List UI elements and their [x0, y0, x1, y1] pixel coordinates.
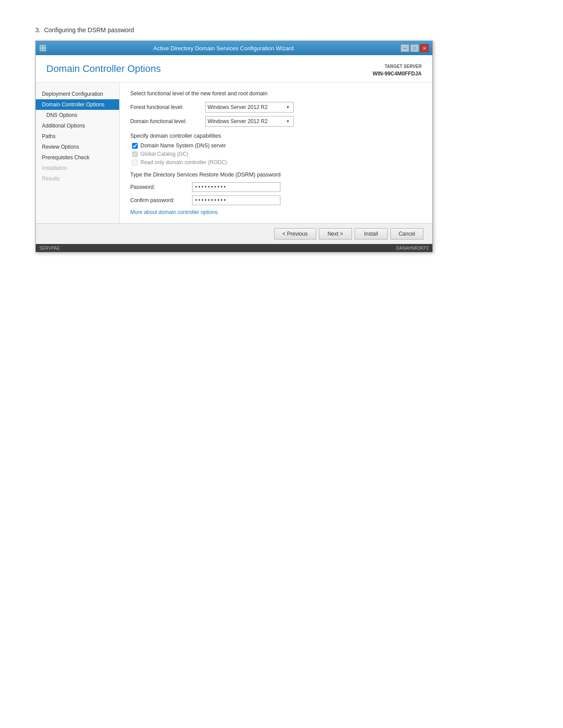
cancel-button[interactable]: Cancel	[390, 228, 423, 240]
target-server-name: WIN-99C4M0FFDJA	[373, 71, 422, 77]
sidebar-item-additional-options[interactable]: Additional Options	[36, 120, 119, 131]
step-number: 3.	[35, 26, 41, 34]
taskbar-left: SERVPAE	[39, 246, 60, 251]
password-label: Password:	[130, 184, 192, 190]
window-controls: ─ □ ✕	[401, 44, 429, 52]
close-button[interactable]: ✕	[420, 44, 429, 52]
maximize-button[interactable]: □	[410, 44, 419, 52]
previous-button[interactable]: < Previous	[274, 228, 316, 240]
taskbar-right: DANAHNR3KP2	[396, 246, 429, 251]
wizard-window: Active Directory Domain Services Configu…	[35, 41, 433, 252]
confirm-password-row: Confirm password:	[130, 195, 422, 205]
global-catalog-label: Global Catalog (GC)	[140, 151, 189, 157]
minimize-button[interactable]: ─	[401, 44, 409, 52]
sidebar-item-dns-options[interactable]: DNS Options	[36, 110, 119, 120]
dsrm-title: Type the Directory Services Restore Mode…	[130, 172, 422, 178]
wizard-content: Deployment Configuration Domain Controll…	[36, 83, 432, 223]
svg-rect-2	[40, 49, 42, 51]
sidebar-item-deployment-configuration[interactable]: Deployment Configuration	[36, 89, 119, 99]
window-icon	[39, 45, 46, 52]
titlebar: Active Directory Domain Services Configu…	[36, 41, 432, 55]
sidebar-item-installation: Installation	[36, 163, 119, 173]
forest-level-description: Select functional level of the new fores…	[130, 90, 422, 97]
dns-server-row: Domain Name System (DNS) server	[130, 143, 422, 149]
domain-functional-label: Domain functional level:	[130, 118, 205, 124]
sidebar-item-domain-controller-options[interactable]: Domain Controller Options	[36, 99, 119, 110]
forest-functional-row: Forest functional level: Windows Server …	[130, 102, 422, 113]
forest-functional-label: Forest functional level:	[130, 104, 205, 110]
confirm-password-input[interactable]	[192, 195, 280, 205]
forest-functional-dropdown[interactable]: Windows Server 2012 R2 ▼	[205, 102, 294, 113]
domain-functional-arrow-icon: ▼	[284, 118, 291, 125]
rodc-checkbox	[132, 160, 138, 165]
domain-functional-row: Domain functional level: Windows Server …	[130, 116, 422, 127]
taskbar-hint: SERVPAE DANAHNR3KP2	[36, 244, 432, 252]
install-button[interactable]: Install	[355, 228, 388, 240]
forest-functional-arrow-icon: ▼	[284, 104, 291, 111]
wizard-header: Domain Controller Options TARGET SERVER …	[36, 55, 432, 83]
wizard-title: Domain Controller Options	[46, 63, 161, 75]
sidebar-item-results: Results	[36, 173, 119, 184]
step-description: Configuring the DSRM password	[44, 26, 134, 34]
target-server-info: TARGET SERVER WIN-99C4M0FFDJA	[373, 63, 422, 78]
wizard-footer: < Previous Next > Install Cancel	[36, 223, 432, 244]
capabilities-title: Specify domain controller capabilities	[130, 133, 422, 139]
password-input[interactable]	[192, 182, 280, 192]
global-catalog-row: Global Catalog (GC)	[130, 151, 422, 157]
sidebar-item-prerequisites-check[interactable]: Prerequisites Check	[36, 152, 119, 163]
sidebar-item-paths[interactable]: Paths	[36, 131, 119, 142]
dns-server-label: Domain Name System (DNS) server	[140, 143, 226, 149]
svg-rect-3	[43, 49, 45, 51]
rodc-row: Read only domain controller (RODC)	[130, 159, 422, 165]
capabilities-section: Specify domain controller capabilities D…	[130, 133, 422, 165]
confirm-password-label: Confirm password:	[130, 197, 192, 203]
dns-server-checkbox[interactable]	[132, 143, 138, 149]
dsrm-section: Type the Directory Services Restore Mode…	[130, 172, 422, 205]
forest-functional-value: Windows Server 2012 R2	[208, 104, 284, 110]
window-title: Active Directory Domain Services Configu…	[46, 45, 401, 52]
domain-functional-value: Windows Server 2012 R2	[208, 118, 284, 124]
password-row: Password:	[130, 182, 422, 192]
more-about-link[interactable]: More about domain controller options	[130, 209, 218, 215]
target-server-label: TARGET SERVER	[373, 63, 422, 70]
svg-rect-1	[43, 45, 45, 48]
global-catalog-checkbox	[132, 151, 138, 157]
main-panel: Select functional level of the new fores…	[120, 83, 432, 223]
domain-functional-dropdown[interactable]: Windows Server 2012 R2 ▼	[205, 116, 294, 127]
wizard-sidebar: Deployment Configuration Domain Controll…	[36, 83, 120, 223]
rodc-label: Read only domain controller (RODC)	[140, 159, 227, 165]
svg-rect-0	[40, 45, 42, 48]
sidebar-item-review-options[interactable]: Review Options	[36, 142, 119, 152]
next-button[interactable]: Next >	[319, 228, 352, 240]
wizard-body: Domain Controller Options TARGET SERVER …	[36, 55, 432, 252]
